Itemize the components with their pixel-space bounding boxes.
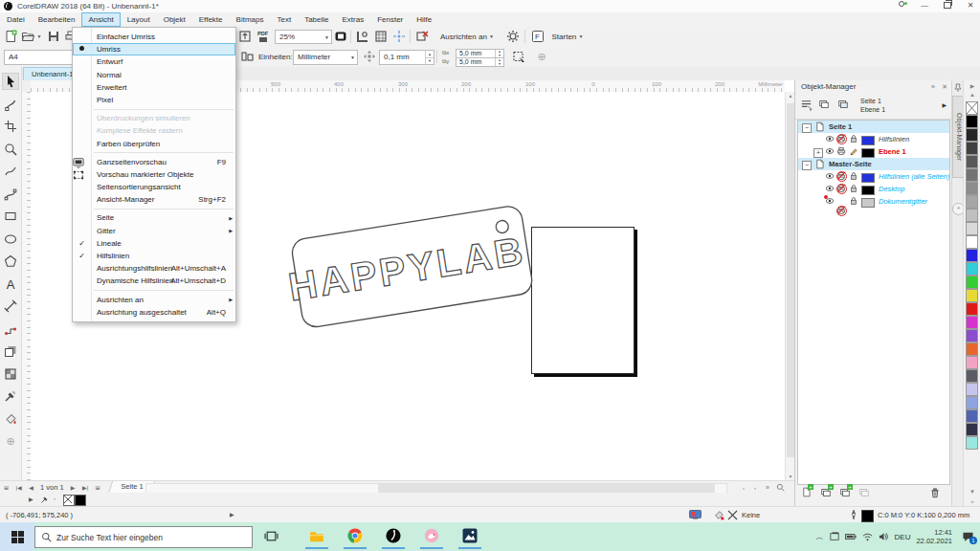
task-view-icon[interactable] [258, 524, 283, 547]
palette-swatch-5[interactable] [966, 168, 978, 182]
view-menu-item-hilfslinien[interactable]: ✓Hilfslinien [73, 250, 235, 262]
taskbar-search-input[interactable]: Zur Suche Text hier eingeben [34, 526, 253, 548]
layer-row-seite-1[interactable]: −Seite 1 [798, 121, 949, 133]
layer-row-hilfslinien[interactable]: Hilfslinien [798, 133, 949, 145]
palette-swatch-7[interactable] [966, 195, 978, 209]
docker-close-icon[interactable]: ✕ [942, 80, 947, 94]
shape-tool[interactable] [2, 96, 19, 113]
new-master-layer-all-button[interactable] [858, 487, 870, 498]
view-menu-item-gitter[interactable]: Gitter▶ [73, 225, 235, 237]
collapse-icon[interactable]: ‹ [54, 496, 56, 501]
palette-swatch-21[interactable] [966, 383, 978, 396]
new-layer-button[interactable]: + [820, 487, 832, 498]
zoom-scroll-icon[interactable] [776, 483, 785, 492]
palette-flyout-icon[interactable]: ▶ [964, 82, 980, 89]
color-proof-icon[interactable] [689, 510, 702, 520]
lock-icon[interactable] [849, 196, 858, 206]
view-guidelines-icon[interactable] [391, 29, 407, 44]
add-page-start-icon[interactable]: ⊞ [0, 484, 12, 491]
flyout-arrow-icon[interactable]: ▶ [29, 496, 33, 502]
connector-tool[interactable] [2, 320, 19, 338]
layer-row-master-seite[interactable]: −Master-Seite [798, 158, 949, 170]
duplicate-y-input[interactable]: 5,0 mm▴▾ [456, 57, 504, 67]
pan-expand-icon[interactable]: » [766, 484, 769, 491]
palette-swatch-6[interactable] [966, 182, 978, 195]
palette-swatch-25[interactable] [966, 436, 978, 450]
account-icon[interactable] [892, 0, 911, 12]
palette-swatch-3[interactable] [966, 142, 978, 155]
view-menu-item-entwurf[interactable]: Entwurf [73, 55, 235, 68]
view-menu-item-dynamische-hilfslinien[interactable]: Dynamische HilfslinienAlt+Umschalt+D [73, 275, 235, 287]
menu-datei[interactable]: Datei [0, 12, 32, 27]
menu-tabelle[interactable]: Tabelle [298, 12, 335, 27]
view-menu-item-lineale[interactable]: ✓Lineale [73, 237, 235, 250]
expander-minus-icon[interactable]: − [802, 123, 812, 133]
view-menu-item-vorschau-markierter-objekte[interactable]: Vorschau markierter Objekte [73, 168, 235, 181]
add-tool-icon[interactable]: ⊕ [2, 432, 19, 450]
view-menu-item-seitensortierungsansicht[interactable]: Seitensortierungsansicht [73, 181, 235, 193]
add-page-end-icon[interactable]: ⊞ [92, 484, 104, 491]
edit-pencil-icon[interactable] [849, 146, 858, 156]
portrait-landscape-icon[interactable] [239, 49, 255, 64]
palette-swatch-24[interactable] [966, 423, 978, 436]
layer-row-hilfslinien-alle-seiten-[interactable]: Hilfslinien (alle Seiten) [798, 170, 949, 183]
dimension-tool[interactable] [2, 298, 19, 315]
coreldraw-icon[interactable] [381, 524, 406, 547]
open-dropdown-icon[interactable]: ▼ [35, 29, 43, 44]
view-menu-item-umriss[interactable]: Umriss [73, 43, 235, 55]
docker-flyout-icon[interactable]: » [931, 80, 935, 94]
start-button[interactable] [0, 522, 34, 551]
palette-scroll-up-icon[interactable]: ▲ [964, 92, 980, 98]
menu-hilfe[interactable]: Hilfe [410, 12, 438, 27]
full-screen-preview-icon[interactable] [333, 29, 348, 44]
palette-swatch-13[interactable] [966, 276, 978, 289]
palette-swatch-19[interactable] [966, 356, 978, 369]
view-menu-item-ausrichten-an[interactable]: Ausrichten an▶ [73, 294, 235, 306]
new-master-layer-button[interactable]: + [839, 487, 851, 498]
page-size-combo[interactable]: A4 [4, 50, 73, 65]
save-icon[interactable] [46, 29, 61, 44]
menu-layout[interactable]: Layout [121, 12, 157, 27]
nudge-input[interactable]: 0,1 mm▲▼ [379, 50, 434, 65]
palette-swatch-20[interactable] [966, 369, 978, 383]
pick-tool[interactable] [2, 73, 19, 90]
visibility-eye-icon[interactable] [825, 134, 835, 143]
palette-swatch-11[interactable] [966, 249, 978, 262]
eyedropper-indicator-icon[interactable] [40, 495, 50, 504]
snap-to-dropdown[interactable]: Ausrichten an ▼ [434, 29, 501, 44]
expander-plus-icon[interactable]: + [813, 148, 823, 158]
action-center-icon[interactable]: 1 [962, 531, 974, 542]
palette-swatch-2[interactable] [966, 128, 978, 142]
docker-options-arrow-icon[interactable]: ▶ [942, 101, 947, 108]
hscroll-left-icon[interactable]: ‹ [743, 485, 745, 491]
layer-color-swatch[interactable] [861, 148, 875, 158]
palette-swatch-12[interactable] [966, 262, 978, 276]
edit-across-layers-icon[interactable] [837, 99, 849, 110]
visibility-eye-icon[interactable] [825, 171, 835, 181]
new-document-icon[interactable] [3, 29, 18, 44]
palette-swatch-10[interactable] [966, 235, 978, 249]
view-menu-item-farben-überprüfen[interactable]: Farben überprüfen [73, 138, 235, 150]
polygon-tool[interactable] [2, 253, 19, 270]
view-menu-item-pixel[interactable]: Pixel [73, 94, 235, 106]
lock-icon[interactable] [849, 134, 858, 143]
view-menu-item-ausrichtung-ausgeschaltet[interactable]: Ausrichtung ausgeschaltetAlt+Q [73, 306, 235, 319]
menu-bitmaps[interactable]: Bitmaps [230, 12, 271, 27]
crop-tool[interactable] [2, 118, 19, 135]
chrome-icon[interactable] [343, 524, 368, 547]
import-icon[interactable] [237, 29, 253, 44]
outline-color-swatch[interactable] [75, 495, 86, 506]
publish-pdf-icon[interactable]: PDF [256, 29, 271, 44]
palette-swatch-15[interactable] [966, 302, 978, 316]
treat-as-filled-icon[interactable] [511, 49, 526, 64]
speaker-icon[interactable] [879, 532, 889, 541]
menu-extras[interactable]: Extras [335, 12, 370, 27]
keyboard-language[interactable]: DEU [895, 533, 911, 541]
palette-swatch-17[interactable] [966, 329, 978, 342]
tray-window-icon[interactable] [830, 532, 839, 541]
palette-swatch-23[interactable] [966, 409, 978, 423]
zoom-tool[interactable] [2, 141, 19, 158]
palette-swatch-1[interactable] [966, 115, 978, 128]
palette-swatch-18[interactable] [966, 342, 978, 356]
layer-manager-view-icon[interactable] [800, 99, 813, 111]
